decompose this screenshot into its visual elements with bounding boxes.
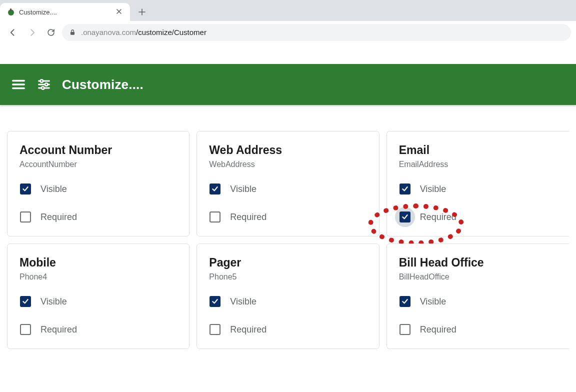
cards-grid: Account Number AccountNumber Visible Req… [0,105,576,349]
required-label: Required [40,212,77,222]
card-title: Web Address [209,144,366,157]
svg-point-5 [42,86,44,89]
required-label: Required [420,324,456,335]
card-title: Mobile [20,256,177,270]
visible-row: Visible [20,296,177,308]
checkbox-icon[interactable] [400,296,410,307]
close-tab-icon[interactable] [114,6,124,18]
checkbox-icon[interactable] [210,296,220,307]
card-system-name: Phone5 [209,272,366,282]
card-system-name: EmailAddress [399,160,557,169]
card-title: Pager [209,256,366,270]
field-card: Bill Head Office BillHeadOffice Visible … [386,244,569,349]
visible-row: Visible [399,183,557,195]
field-card: Email EmailAddress Visible Required [386,131,569,236]
card-system-name: AccountNumber [20,160,177,169]
visible-label: Visible [230,184,256,194]
checkbox-halo [205,207,225,227]
required-row: Required [209,324,366,336]
checkbox-halo [16,320,36,340]
checkbox-icon[interactable] [20,212,31,222]
app-bar: Customize.... [0,64,576,105]
visible-label: Visible [420,184,446,194]
checkbox-icon[interactable] [400,324,410,335]
card-system-name: BillHeadOffice [399,272,557,282]
back-button[interactable] [5,24,21,40]
reload-button[interactable] [43,24,59,40]
toolbar: .onayanova.com/customize/Customer [0,21,576,44]
page-gap [0,44,576,64]
lock-icon [69,29,76,36]
svg-point-4 [45,83,48,86]
field-card: Account Number AccountNumber Visible Req… [7,131,190,236]
required-row: Required [399,324,557,336]
browser-chrome: Customize.... .onayanova.com/customize/C… [0,0,576,44]
visible-row: Visible [209,183,366,195]
required-label: Required [40,324,77,335]
url-text: .onayanova.com/customize/Customer [81,28,206,36]
checkbox-halo [395,320,415,340]
checkbox-halo [16,179,36,199]
checkbox-icon[interactable] [210,324,220,335]
field-card: Pager Phone5 Visible Required [196,244,379,349]
required-row: Required [209,211,366,223]
visible-label: Visible [230,296,256,307]
checkbox-halo [395,179,415,199]
checkbox-icon[interactable] [210,184,220,194]
tab-title: Customize.... [19,8,110,16]
browser-tab[interactable]: Customize.... [0,3,130,21]
field-card: Mobile Phone4 Visible Required [7,244,190,349]
visible-label: Visible [40,296,67,307]
card-title: Email [399,144,557,157]
visible-row: Visible [399,296,557,308]
required-row: Required [20,324,177,336]
card-title: Account Number [20,144,177,157]
card-system-name: WebAddress [209,160,366,169]
page-title: Customize.... [62,77,144,92]
visible-label: Visible [40,184,67,194]
checkbox-icon[interactable] [400,184,410,194]
checkbox-halo [205,320,225,340]
required-row: Required [20,211,177,223]
new-tab-button[interactable] [135,5,149,19]
required-label: Required [230,324,266,335]
required-row: Required [399,211,557,223]
checkbox-icon[interactable] [20,184,31,194]
tab-strip: Customize.... [0,0,576,21]
checkbox-icon[interactable] [210,212,220,222]
checkbox-halo [205,179,225,199]
checkbox-icon[interactable] [20,324,31,335]
visible-row: Visible [20,183,177,195]
menu-icon[interactable] [11,77,26,92]
checkbox-halo [395,292,415,312]
url-host: .onayanova.com [81,28,136,36]
visible-row: Visible [209,296,366,308]
checkbox-halo [16,207,36,227]
checkbox-halo [16,292,36,312]
visible-label: Visible [420,296,446,307]
field-card: Web Address WebAddress Visible Required [196,131,379,236]
annotation-ellipse [368,204,464,246]
checkbox-icon[interactable] [400,212,410,222]
checkbox-halo [205,292,225,312]
sliders-icon[interactable] [37,78,51,92]
checkbox-halo [395,207,415,227]
required-label: Required [230,212,266,222]
address-bar[interactable]: .onayanova.com/customize/Customer [62,24,571,41]
forward-button[interactable] [24,24,40,40]
svg-rect-1 [10,8,12,11]
favicon-icon [7,8,15,16]
card-title: Bill Head Office [399,256,557,270]
svg-rect-2 [70,32,74,34]
checkbox-icon[interactable] [20,296,31,307]
required-label: Required [420,212,456,222]
card-system-name: Phone4 [20,272,177,282]
url-path: /customize/Customer [136,28,206,36]
svg-point-3 [40,80,43,82]
